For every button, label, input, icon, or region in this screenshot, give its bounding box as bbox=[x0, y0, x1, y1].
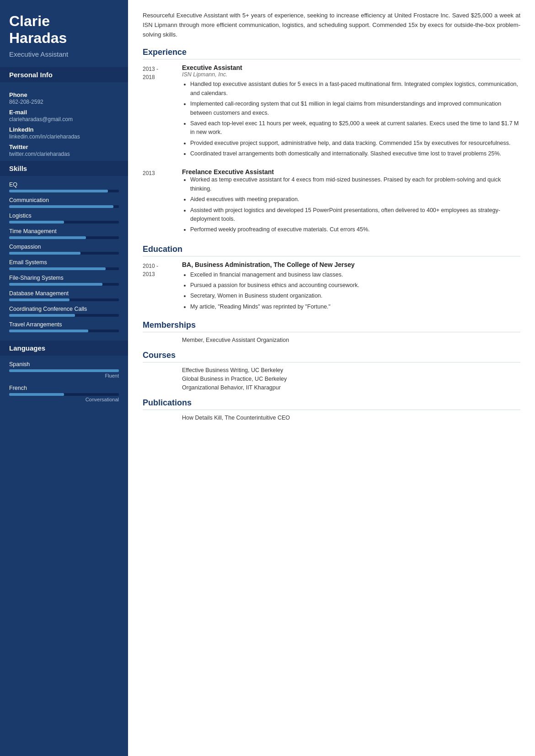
bullet-item: Implemented call-recording system that c… bbox=[190, 100, 520, 117]
skill-bar-bg bbox=[9, 221, 119, 224]
language-name: Spanish bbox=[9, 361, 119, 367]
memberships-divider bbox=[143, 332, 520, 332]
skill-item: File-Sharing Systems bbox=[9, 275, 119, 286]
sidebar: ClarieHaradas Executive Assistant Person… bbox=[0, 0, 128, 756]
skill-bar-bg bbox=[9, 267, 119, 270]
language-level: Fluent bbox=[9, 373, 119, 378]
bullet-item: Worked as temp executive assistant for 4… bbox=[190, 176, 520, 193]
skill-item: Communication bbox=[9, 197, 119, 208]
skill-bar-fill bbox=[9, 283, 102, 286]
skill-bar-bg bbox=[9, 205, 119, 208]
language-item: French Conversational bbox=[9, 385, 119, 402]
skill-bar-bg bbox=[9, 236, 119, 239]
skill-name: Communication bbox=[9, 197, 119, 203]
experience-section: Experience 2013 -2018 Executive Assistan… bbox=[143, 48, 520, 236]
entry-bullets: Worked as temp executive assistant for 4… bbox=[190, 176, 520, 234]
skill-bar-fill bbox=[9, 252, 80, 255]
publication-item: How Details Kill, The Counterintuitive C… bbox=[182, 415, 520, 421]
education-section: Education 2010 -2013 BA, Business Admini… bbox=[143, 245, 520, 314]
skill-bar-fill bbox=[9, 190, 108, 192]
email-label: E-mail bbox=[9, 109, 119, 116]
candidate-name: ClarieHaradas bbox=[9, 13, 119, 47]
publications-section: Publications How Details Kill, The Count… bbox=[143, 398, 520, 421]
publications-content: How Details Kill, The Counterintuitive C… bbox=[182, 415, 520, 421]
skill-name: Travel Arrangements bbox=[9, 321, 119, 328]
skill-name: Database Management bbox=[9, 290, 119, 297]
edu-degree: BA, Business Administration, The College… bbox=[182, 261, 520, 268]
skills-header: Skills bbox=[0, 161, 128, 176]
skill-item: Travel Arrangements bbox=[9, 321, 119, 332]
skill-bar-bg bbox=[9, 298, 119, 301]
bullet-item: Saved each top-level exec 11 hours per w… bbox=[190, 119, 520, 137]
languages-section: Spanish Fluent French Conversational bbox=[0, 356, 128, 410]
entry-content: Executive Assistant ISN Lipmann, Inc. Ha… bbox=[182, 64, 520, 160]
course-item: Global Business in Practice, UC Berkeley bbox=[182, 376, 520, 382]
twitter-value: twitter.com/clarieharadas bbox=[9, 151, 119, 157]
edu-bullets: Excelled in financial management and bus… bbox=[190, 271, 520, 312]
entry-job-title: Executive Assistant bbox=[182, 64, 520, 71]
language-level: Conversational bbox=[9, 397, 119, 402]
course-item: Effective Business Writing, UC Berkeley bbox=[182, 367, 520, 373]
bullet-item: Handled top executive assistant duties f… bbox=[190, 80, 520, 98]
publications-title: Publications bbox=[143, 398, 520, 408]
skill-bar-fill bbox=[9, 267, 106, 270]
skill-item: Time Management bbox=[9, 228, 119, 239]
bullet-item: My article, "Reading Minds" was reprinte… bbox=[190, 303, 520, 311]
experience-title: Experience bbox=[143, 48, 520, 57]
candidate-title: Executive Assistant bbox=[9, 50, 119, 58]
phone-value: 862-208-2592 bbox=[9, 99, 119, 105]
language-bar-bg bbox=[9, 393, 119, 396]
skill-bar-fill bbox=[9, 205, 113, 208]
memberships-content: Member, Executive Assistant Organization bbox=[182, 337, 520, 343]
language-bar-fill bbox=[9, 393, 64, 396]
main-content: Resourceful Executive Assistant with 5+ … bbox=[128, 0, 535, 756]
experience-entry: 2013 Freelance Executive Assistant Worke… bbox=[143, 168, 520, 236]
skill-bar-bg bbox=[9, 330, 119, 332]
language-item: Spanish Fluent bbox=[9, 361, 119, 378]
skill-name: Time Management bbox=[9, 228, 119, 234]
entry-bullets: Handled top executive assistant duties f… bbox=[190, 80, 520, 158]
skill-bar-bg bbox=[9, 314, 119, 317]
personal-info-section: Phone 862-208-2592 E-mail clarieharadas@… bbox=[0, 82, 128, 159]
language-bar-fill bbox=[9, 369, 119, 372]
entry-dates: 2013 -2018 bbox=[143, 64, 174, 160]
skill-bar-bg bbox=[9, 190, 119, 192]
personal-info-header: Personal Info bbox=[0, 67, 128, 82]
courses-title: Courses bbox=[143, 351, 520, 360]
bullet-item: Assisted with project logistics and deve… bbox=[190, 206, 520, 224]
entry-dates: 2013 bbox=[143, 168, 174, 236]
bullet-item: Secretary, Women in Business student org… bbox=[190, 292, 520, 300]
language-bar-bg bbox=[9, 369, 119, 372]
email-value: clarieharadas@gmail.com bbox=[9, 116, 119, 122]
skill-item: Coordinating Conference Calls bbox=[9, 306, 119, 317]
skill-item: Email Systems bbox=[9, 259, 119, 270]
education-entry: 2010 -2013 BA, Business Administration, … bbox=[143, 261, 520, 314]
experience-entry: 2013 -2018 Executive Assistant ISN Lipma… bbox=[143, 64, 520, 160]
skill-bar-bg bbox=[9, 283, 119, 286]
skill-name: File-Sharing Systems bbox=[9, 275, 119, 281]
phone-label: Phone bbox=[9, 91, 119, 98]
twitter-label: Twitter bbox=[9, 144, 119, 150]
language-name: French bbox=[9, 385, 119, 391]
education-title: Education bbox=[143, 245, 520, 254]
publications-divider bbox=[143, 410, 520, 410]
bullet-item: Pursued a passion for business ethics an… bbox=[190, 281, 520, 290]
skill-item: Compassion bbox=[9, 244, 119, 255]
skill-name: Coordinating Conference Calls bbox=[9, 306, 119, 312]
bullet-item: Excelled in financial management and bus… bbox=[190, 271, 520, 279]
sidebar-header: ClarieHaradas Executive Assistant bbox=[0, 0, 128, 65]
skill-name: Email Systems bbox=[9, 259, 119, 266]
memberships-title: Memberships bbox=[143, 320, 520, 330]
bullet-item: Performed weekly proofreading of executi… bbox=[190, 225, 520, 234]
skill-name: Compassion bbox=[9, 244, 119, 250]
memberships-section: Memberships Member, Executive Assistant … bbox=[143, 320, 520, 343]
edu-dates: 2010 -2013 bbox=[143, 261, 174, 314]
skill-item: Logistics bbox=[9, 213, 119, 224]
skill-name: Logistics bbox=[9, 213, 119, 219]
skill-bar-bg bbox=[9, 252, 119, 255]
linkedin-label: LinkedIn bbox=[9, 126, 119, 133]
skill-bar-fill bbox=[9, 221, 64, 224]
entry-job-title: Freelance Executive Assistant bbox=[182, 168, 520, 176]
summary-text: Resourceful Executive Assistant with 5+ … bbox=[143, 11, 520, 39]
linkedin-value: linkedin.com/in/clarieharadas bbox=[9, 133, 119, 140]
